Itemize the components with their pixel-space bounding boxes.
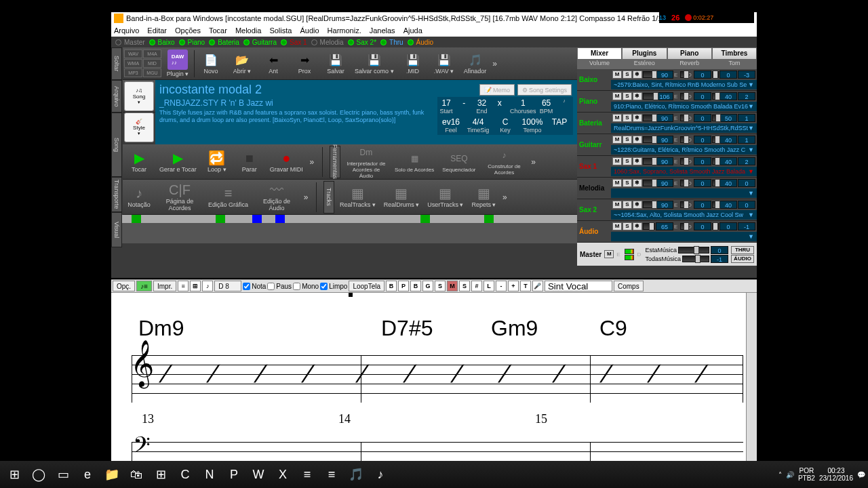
style-name[interactable]: _RNBJAZZ.STY R 'n' B Jazz wi	[159, 98, 437, 108]
vol-slider-Bateria[interactable]	[643, 115, 655, 121]
mono-check[interactable]: Mono	[293, 283, 319, 290]
prev-button[interactable]: ⬅Ant	[258, 51, 288, 76]
mp3-button[interactable]: MP3	[124, 68, 142, 77]
arquivo-tab[interactable]: Arquivo	[111, 80, 122, 113]
patch-Sax 1[interactable]: 1060:Sax, Soprano, Solista Smooth Jazz B…	[611, 167, 757, 176]
thru-button[interactable]: THRU	[731, 246, 754, 254]
realdrums-button[interactable]: ▦RealDrums ▾	[381, 184, 422, 209]
notifications-icon[interactable]: 💬	[857, 471, 865, 479]
menu-melodia[interactable]: Melodia	[235, 26, 262, 35]
chord-solo-button[interactable]: ▦Solo de Acordes	[392, 144, 437, 180]
patch-Guitarr[interactable]: ~1228:Guitarra, Elétrica, Rítmico Smooth…	[611, 145, 757, 155]
notbar-T-11[interactable]: T	[520, 281, 531, 291]
taskbar-icon-1[interactable]: ◯	[27, 464, 50, 485]
solo-Bateria[interactable]: S	[623, 114, 632, 122]
sequencer-button[interactable]: SEQSequenciador	[439, 144, 478, 180]
patch-Áudio[interactable]: ▼	[611, 232, 757, 241]
solo-Sax 2[interactable]: S	[623, 201, 632, 209]
fx-Bateria[interactable]: ❄	[633, 114, 642, 122]
pan-slider-Guitarr[interactable]	[680, 136, 687, 143]
fx-Guitarr[interactable]: ❄	[633, 136, 642, 144]
rev-slider-Sax 2[interactable]	[712, 201, 719, 208]
generate-play-button[interactable]: ▶Gerar e Tocar	[157, 149, 199, 174]
open-button[interactable]: 📂Abrir ▾	[227, 51, 257, 76]
mute-Sax 1[interactable]: M	[612, 157, 622, 165]
loop-button[interactable]: 🔁Loop ▾	[202, 149, 232, 174]
usertracks-button[interactable]: ▦UserTracks ▾	[425, 184, 466, 209]
notbar-B-2[interactable]: B	[410, 281, 421, 291]
loop-button[interactable]: LoopTela	[349, 281, 384, 291]
pan-slider-Bateria[interactable]	[680, 115, 687, 121]
vol-slider-Áudio[interactable]	[643, 223, 655, 230]
view-3[interactable]: ♪	[202, 281, 213, 291]
choruses[interactable]: 1Choruses	[509, 97, 538, 116]
rev-slider-Áudio[interactable]	[712, 223, 719, 230]
fx-Melodia[interactable]: ❄	[633, 179, 642, 187]
menu-editar[interactable]: Editar	[147, 26, 167, 35]
rev-slider-Piano[interactable]	[712, 93, 719, 100]
patch-Baixo[interactable]: ~2579:Baixo, Sint, Rítmico RnB Moderno S…	[611, 80, 757, 89]
chord-Dm9[interactable]: Dm9	[138, 316, 184, 341]
mgu-button[interactable]: MGU	[143, 68, 161, 77]
chord-D7#5[interactable]: D7#5	[381, 316, 433, 341]
solo-Guitarr[interactable]: S	[623, 136, 632, 144]
notation-scrollbar[interactable]	[746, 293, 757, 461]
track-tab-master[interactable]: Master	[115, 39, 145, 46]
mixer-tab-timbres[interactable]: Timbres	[712, 47, 757, 60]
track-tab-guitarra[interactable]: Guitarra	[243, 39, 277, 46]
chord-page-button[interactable]: C|FPágina de Acordes	[157, 181, 203, 213]
solo-Áudio[interactable]: S	[623, 222, 632, 230]
mute-Baixo[interactable]: M	[612, 70, 622, 79]
taskbar-icon-6[interactable]: ⊞	[149, 464, 172, 485]
pan-slider-Piano[interactable]	[680, 93, 687, 100]
notbar-+-10[interactable]: +	[508, 281, 519, 291]
song-tab[interactable]: Song	[111, 113, 122, 177]
options-button[interactable]: Opç.	[113, 281, 135, 291]
mixer-tab-mixer[interactable]: Mixer	[577, 47, 622, 60]
save-as-button[interactable]: 💾Salvar como ▾	[352, 51, 397, 76]
song-card[interactable]: ♪♫Song▾	[124, 81, 154, 111]
print-button[interactable]: Impr.	[153, 281, 176, 291]
mute-Sax 2[interactable]: M	[612, 201, 622, 209]
taskbar-icon-2[interactable]: ▭	[52, 464, 75, 485]
chord-builder-button[interactable]: ♪Construtor de Acordes	[481, 144, 528, 180]
rev-slider-Guitarr[interactable]	[712, 136, 719, 143]
mute-Piano[interactable]: M	[612, 92, 622, 100]
mixer-tab-plugins[interactable]: Plugins	[622, 47, 667, 60]
solo-Piano[interactable]: S	[623, 92, 632, 100]
expand-toolbar[interactable]: »	[492, 59, 498, 68]
track-tab-bateria[interactable]: Bateria	[209, 39, 239, 46]
plugin-button[interactable]: DAW♪♪ Plugin ▾	[163, 48, 193, 79]
menu-solista[interactable]: Solista	[269, 26, 292, 35]
menu-janelas[interactable]: Janelas	[370, 26, 395, 35]
pan-slider-Melodia[interactable]	[680, 180, 687, 186]
play-button[interactable]: ▶Tocar	[124, 149, 154, 174]
wav-button[interactable]: WAV	[124, 49, 142, 58]
notbar---9[interactable]: -	[496, 281, 507, 291]
limpo-check[interactable]: Limpo	[320, 283, 347, 290]
clock[interactable]: 00:2323/12/2016	[819, 467, 853, 482]
menu-áudio[interactable]: Áudio	[300, 26, 319, 35]
track-tab-sax 2*[interactable]: Sax 2*	[348, 39, 376, 46]
tempo-pct[interactable]: 100%Tempo	[519, 116, 546, 135]
mute-Melodia[interactable]: M	[612, 179, 622, 187]
chord-Gm9[interactable]: Gm9	[491, 316, 538, 341]
expand-tracks[interactable]: »	[501, 192, 508, 202]
song-timeline[interactable]	[111, 215, 577, 223]
rev-slider-Bateria[interactable]	[712, 115, 719, 121]
patch-Piano[interactable]: 910:Piano, Elétrico, Rítmico Smooth Bala…	[611, 102, 757, 111]
notbar-S-6[interactable]: S	[459, 281, 470, 291]
expand-visual[interactable]: »	[302, 192, 309, 202]
vol-slider-Baixo[interactable]	[643, 71, 655, 78]
view-2[interactable]: ⊞	[190, 281, 201, 291]
taskbar-icon-7[interactable]: C	[174, 464, 197, 485]
patch-Bateria[interactable]: RealDrums=JazzFunkGroovin^5-HHSdStk,RdSS…	[611, 123, 757, 133]
rev-slider-Melodia[interactable]	[712, 180, 719, 186]
vol-slider-Piano[interactable]	[643, 93, 655, 100]
pan-slider-Áudio[interactable]	[680, 223, 687, 230]
wma-button[interactable]: WMA	[124, 59, 142, 68]
fx-Piano[interactable]: ❄	[633, 92, 642, 100]
notbar-P-1[interactable]: P	[398, 281, 409, 291]
vol-slider-Sax 2[interactable]	[643, 201, 655, 208]
patch-Sax 2[interactable]: ~~1054:Sax, Alto, Solista Smooth Jazz Co…	[611, 210, 757, 220]
